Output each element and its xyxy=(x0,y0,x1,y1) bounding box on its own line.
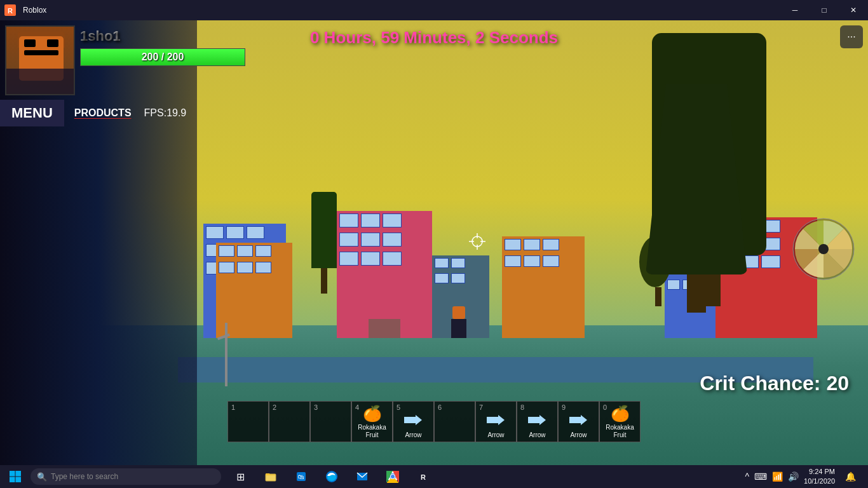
inventory-slot-5[interactable]: 5Arrow xyxy=(393,401,434,442)
slot-icon-4: 🍊 xyxy=(363,405,382,423)
avatar-overlay xyxy=(6,69,75,94)
inventory-slot-9[interactable]: 9Arrow xyxy=(558,401,599,442)
player-character xyxy=(451,306,466,338)
maximize-button[interactable]: □ xyxy=(810,0,839,20)
slot-number-10: 0 xyxy=(603,403,607,411)
roblox-taskbar-icon: R xyxy=(417,470,430,483)
inventory-slot-1[interactable]: 1 xyxy=(227,401,269,442)
notifications-button[interactable]: 🔔 xyxy=(840,465,860,488)
slot-label-10: Rokakaka Fruit xyxy=(600,424,640,439)
slot-icon-10: 🍊 xyxy=(611,405,630,423)
slot-label-4: Rokakaka Fruit xyxy=(352,424,392,439)
svg-rect-14 xyxy=(16,471,22,477)
search-placeholder: Type here to search xyxy=(51,472,118,481)
windows-icon xyxy=(9,470,22,483)
avatar-eye-right xyxy=(47,39,58,47)
slot-number-7: 7 xyxy=(479,403,483,411)
building-orange-right xyxy=(502,236,585,338)
mail-icon xyxy=(356,471,368,482)
player-name: 1sho1 xyxy=(80,28,245,44)
slot-icon-7 xyxy=(487,412,506,430)
edge-button[interactable] xyxy=(318,465,346,488)
titlebar-controls: ─ □ ✕ xyxy=(780,0,868,20)
fps-value: 19.9 xyxy=(166,107,186,118)
crosshair-svg xyxy=(468,232,487,251)
tray-volume[interactable]: 🔊 xyxy=(788,471,799,482)
inventory-slot-7[interactable]: 7Arrow xyxy=(475,401,517,442)
slot-number-1: 1 xyxy=(231,403,235,411)
products-button[interactable]: PRODUCTS xyxy=(64,102,142,124)
search-icon-taskbar: 🔍 xyxy=(37,472,47,482)
inventory-slot-2[interactable]: 2 xyxy=(269,401,310,442)
crit-chance-display: Crit Chance: 20 xyxy=(700,372,849,395)
svg-point-3 xyxy=(818,244,829,254)
tree-right xyxy=(639,84,754,313)
avatar-eyes xyxy=(24,39,58,47)
slot-number-6: 6 xyxy=(438,403,442,411)
fps-display: FPS:19.9 xyxy=(144,102,187,124)
inventory-bar: 1234🍊Rokakaka Fruit5Arrow67Arrow8Arrow9A… xyxy=(227,401,641,442)
roblox-app-icon: R xyxy=(4,4,17,17)
svg-text:R: R xyxy=(421,473,426,481)
inventory-slot-6[interactable]: 6 xyxy=(434,401,475,442)
tree-center xyxy=(311,192,337,294)
taskbar-center: ⊞ 🛍 xyxy=(226,465,437,488)
titlebar: R Roblox ─ □ ✕ xyxy=(0,0,868,20)
taskbar-time[interactable]: 9:24 PM 10/1/2020 xyxy=(804,467,835,487)
slot-number-4: 4 xyxy=(355,403,359,411)
svg-rect-15 xyxy=(10,477,15,483)
tray-network[interactable]: 📶 xyxy=(772,471,783,482)
minimize-button[interactable]: ─ xyxy=(780,0,810,20)
roblox-icon-svg: R xyxy=(4,4,16,16)
svg-text:🛍: 🛍 xyxy=(298,473,304,480)
store-button[interactable]: 🛍 xyxy=(287,465,315,488)
svg-marker-10 xyxy=(487,415,505,425)
svg-marker-9 xyxy=(404,415,422,425)
search-bar[interactable]: 🔍 Type here to search xyxy=(31,468,221,485)
clock-date: 10/1/2020 xyxy=(804,477,835,486)
menu-button[interactable]: MENU xyxy=(0,100,64,126)
inventory-slot-3[interactable]: 3 xyxy=(310,401,351,442)
svg-point-26 xyxy=(391,475,395,478)
titlebar-title: Roblox xyxy=(23,6,780,15)
taskbar-tray: ^ ⌨ 📶 🔊 9:24 PM 10/1/2020 🔔 xyxy=(737,465,868,488)
avatar-frame xyxy=(5,25,75,95)
roblox-taskbar-button[interactable]: R xyxy=(409,465,437,488)
health-text: 200 / 200 xyxy=(81,49,245,65)
game-timer: 0 Hours, 59 Minutes, 2 Seconds xyxy=(310,28,558,48)
lamppost-left xyxy=(222,323,230,338)
slot-number-9: 9 xyxy=(562,403,566,411)
task-view-button[interactable]: ⊞ xyxy=(226,465,254,488)
building-pink xyxy=(337,211,432,338)
clock-time: 9:24 PM xyxy=(804,467,835,477)
start-button[interactable] xyxy=(0,465,31,488)
inventory-slot-10[interactable]: 0🍊Rokakaka Fruit xyxy=(599,401,641,442)
tray-chevron[interactable]: ^ xyxy=(745,471,749,482)
game-area: 1sho1 200 / 200 0 Hours, 59 Minutes, 2 S… xyxy=(0,20,868,465)
menu-bar: MENU PRODUCTS FPS:19.9 xyxy=(0,100,186,126)
wheel-svg xyxy=(792,217,855,281)
inventory-slot-8[interactable]: 8Arrow xyxy=(517,401,558,442)
avatar-mouth xyxy=(24,50,58,55)
close-button[interactable]: ✕ xyxy=(839,0,868,20)
svg-text:R: R xyxy=(8,7,13,15)
chrome-button[interactable] xyxy=(379,465,407,488)
svg-rect-16 xyxy=(16,477,22,483)
health-bar: 200 / 200 xyxy=(80,48,245,66)
tray-keyboard[interactable]: ⌨ xyxy=(754,471,767,482)
fps-label: FPS: xyxy=(144,107,167,118)
explorer-icon xyxy=(265,471,276,482)
slot-label-7: Arrow xyxy=(487,431,504,439)
direction-wheel xyxy=(792,217,855,281)
slot-number-5: 5 xyxy=(397,403,400,411)
mail-button[interactable] xyxy=(348,465,376,488)
slot-label-9: Arrow xyxy=(570,431,587,439)
file-explorer-button[interactable] xyxy=(257,465,285,488)
avatar-eye-left xyxy=(24,39,36,47)
player-hud: 1sho1 200 / 200 xyxy=(5,25,245,95)
store-icon: 🛍 xyxy=(295,471,307,482)
inventory-slot-4[interactable]: 4🍊Rokakaka Fruit xyxy=(351,401,393,442)
slot-label-5: Arrow xyxy=(405,431,421,439)
slot-icon-9 xyxy=(569,412,588,430)
more-options-button[interactable]: ··· xyxy=(840,25,863,48)
